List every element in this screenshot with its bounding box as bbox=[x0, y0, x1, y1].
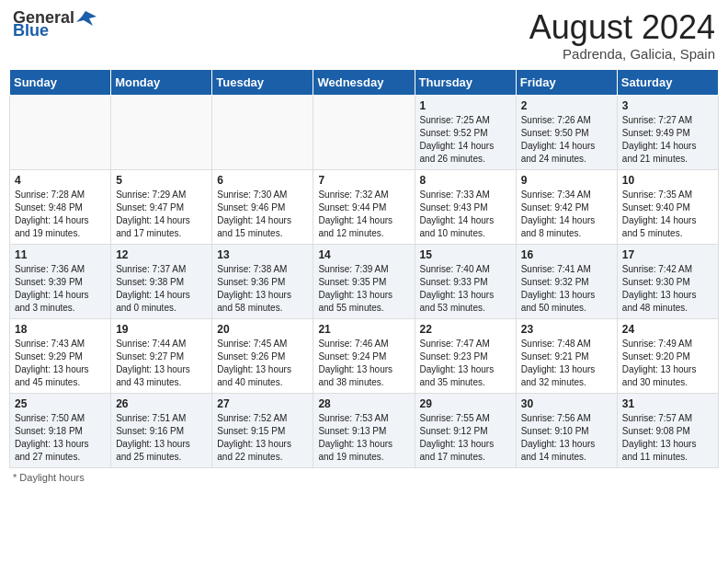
day-info: Sunrise: 7:41 AMSunset: 9:32 PMDaylight:… bbox=[521, 263, 612, 315]
weekday-header-saturday: Saturday bbox=[617, 69, 718, 95]
location-subtitle: Padrenda, Galicia, Spain bbox=[529, 46, 715, 62]
calendar-cell: 12Sunrise: 7:37 AMSunset: 9:38 PMDayligh… bbox=[111, 244, 212, 318]
day-info: Sunrise: 7:28 AMSunset: 9:48 PMDaylight:… bbox=[15, 189, 106, 240]
weekday-header-sunday: Sunday bbox=[10, 69, 111, 95]
day-info: Sunrise: 7:29 AMSunset: 9:47 PMDaylight:… bbox=[116, 189, 207, 240]
calendar-week-row: 11Sunrise: 7:36 AMSunset: 9:39 PMDayligh… bbox=[10, 244, 719, 318]
day-number: 24 bbox=[622, 323, 713, 336]
calendar-cell: 13Sunrise: 7:38 AMSunset: 9:36 PMDayligh… bbox=[212, 244, 313, 318]
day-number: 17 bbox=[622, 248, 713, 261]
day-number: 12 bbox=[116, 248, 207, 261]
calendar-table: SundayMondayTuesdayWednesdayThursdayFrid… bbox=[9, 69, 719, 468]
day-number: 31 bbox=[622, 397, 713, 410]
calendar-cell: 16Sunrise: 7:41 AMSunset: 9:32 PMDayligh… bbox=[516, 244, 617, 318]
calendar-cell: 4Sunrise: 7:28 AMSunset: 9:48 PMDaylight… bbox=[10, 169, 111, 244]
calendar-cell bbox=[313, 95, 415, 169]
calendar-cell: 28Sunrise: 7:53 AMSunset: 9:13 PMDayligh… bbox=[313, 393, 415, 467]
day-info: Sunrise: 7:51 AMSunset: 9:16 PMDaylight:… bbox=[116, 412, 207, 464]
day-info: Sunrise: 7:48 AMSunset: 9:21 PMDaylight:… bbox=[521, 338, 612, 389]
day-info: Sunrise: 7:26 AMSunset: 9:50 PMDaylight:… bbox=[521, 114, 612, 166]
calendar-cell: 26Sunrise: 7:51 AMSunset: 9:16 PMDayligh… bbox=[111, 393, 212, 467]
day-number: 28 bbox=[318, 397, 409, 410]
day-info: Sunrise: 7:53 AMSunset: 9:13 PMDaylight:… bbox=[318, 412, 409, 464]
weekday-header-friday: Friday bbox=[516, 69, 617, 95]
day-number: 3 bbox=[622, 99, 713, 112]
day-number: 7 bbox=[318, 174, 409, 187]
day-number: 20 bbox=[217, 323, 308, 336]
day-number: 27 bbox=[217, 397, 308, 410]
calendar-cell: 31Sunrise: 7:57 AMSunset: 9:08 PMDayligh… bbox=[617, 393, 718, 467]
day-number: 18 bbox=[15, 323, 106, 336]
calendar-cell: 29Sunrise: 7:55 AMSunset: 9:12 PMDayligh… bbox=[415, 393, 516, 467]
day-number: 30 bbox=[521, 397, 612, 410]
weekday-header-wednesday: Wednesday bbox=[313, 69, 415, 95]
calendar-cell: 11Sunrise: 7:36 AMSunset: 9:39 PMDayligh… bbox=[10, 244, 111, 318]
day-info: Sunrise: 7:32 AMSunset: 9:44 PMDaylight:… bbox=[318, 189, 409, 240]
calendar-week-row: 4Sunrise: 7:28 AMSunset: 9:48 PMDaylight… bbox=[10, 169, 719, 244]
calendar-cell: 6Sunrise: 7:30 AMSunset: 9:46 PMDaylight… bbox=[212, 169, 313, 244]
calendar-cell: 22Sunrise: 7:47 AMSunset: 9:23 PMDayligh… bbox=[415, 318, 516, 393]
calendar-cell: 17Sunrise: 7:42 AMSunset: 9:30 PMDayligh… bbox=[617, 244, 718, 318]
calendar-week-row: 25Sunrise: 7:50 AMSunset: 9:18 PMDayligh… bbox=[10, 393, 719, 467]
calendar-header: SundayMondayTuesdayWednesdayThursdayFrid… bbox=[10, 69, 719, 95]
calendar-cell: 2Sunrise: 7:26 AMSunset: 9:50 PMDaylight… bbox=[516, 95, 617, 169]
day-info: Sunrise: 7:47 AMSunset: 9:23 PMDaylight:… bbox=[420, 338, 511, 389]
calendar-cell: 15Sunrise: 7:40 AMSunset: 9:33 PMDayligh… bbox=[415, 244, 516, 318]
day-number: 23 bbox=[521, 323, 612, 336]
day-number: 13 bbox=[217, 248, 308, 261]
day-info: Sunrise: 7:36 AMSunset: 9:39 PMDaylight:… bbox=[15, 263, 106, 315]
calendar-cell: 5Sunrise: 7:29 AMSunset: 9:47 PMDaylight… bbox=[111, 169, 212, 244]
calendar-cell: 8Sunrise: 7:33 AMSunset: 9:43 PMDaylight… bbox=[415, 169, 516, 244]
calendar-cell: 27Sunrise: 7:52 AMSunset: 9:15 PMDayligh… bbox=[212, 393, 313, 467]
calendar-cell: 18Sunrise: 7:43 AMSunset: 9:29 PMDayligh… bbox=[10, 318, 111, 393]
day-info: Sunrise: 7:56 AMSunset: 9:10 PMDaylight:… bbox=[521, 412, 612, 464]
calendar-cell: 21Sunrise: 7:46 AMSunset: 9:24 PMDayligh… bbox=[313, 318, 415, 393]
day-info: Sunrise: 7:50 AMSunset: 9:18 PMDaylight:… bbox=[15, 412, 106, 464]
calendar-body: 1Sunrise: 7:25 AMSunset: 9:52 PMDaylight… bbox=[10, 95, 719, 467]
day-number: 29 bbox=[420, 397, 511, 410]
calendar-cell bbox=[10, 95, 111, 169]
day-info: Sunrise: 7:44 AMSunset: 9:27 PMDaylight:… bbox=[116, 338, 207, 389]
day-info: Sunrise: 7:43 AMSunset: 9:29 PMDaylight:… bbox=[15, 338, 106, 389]
calendar-week-row: 18Sunrise: 7:43 AMSunset: 9:29 PMDayligh… bbox=[10, 318, 719, 393]
footer-note: * Daylight hours bbox=[9, 472, 719, 483]
weekday-header-tuesday: Tuesday bbox=[212, 69, 313, 95]
calendar-cell: 9Sunrise: 7:34 AMSunset: 9:42 PMDaylight… bbox=[516, 169, 617, 244]
day-info: Sunrise: 7:34 AMSunset: 9:42 PMDaylight:… bbox=[521, 189, 612, 240]
title-block: August 2024 Padrenda, Galicia, Spain bbox=[529, 9, 715, 62]
page-header: General Blue August 2024 Padrenda, Galic… bbox=[9, 9, 719, 62]
calendar-cell: 7Sunrise: 7:32 AMSunset: 9:44 PMDaylight… bbox=[313, 169, 415, 244]
logo: General Blue bbox=[13, 9, 97, 39]
day-number: 25 bbox=[15, 397, 106, 410]
day-info: Sunrise: 7:38 AMSunset: 9:36 PMDaylight:… bbox=[217, 263, 308, 315]
day-info: Sunrise: 7:52 AMSunset: 9:15 PMDaylight:… bbox=[217, 412, 308, 464]
day-number: 16 bbox=[521, 248, 612, 261]
calendar-cell: 30Sunrise: 7:56 AMSunset: 9:10 PMDayligh… bbox=[516, 393, 617, 467]
day-info: Sunrise: 7:42 AMSunset: 9:30 PMDaylight:… bbox=[622, 263, 713, 315]
calendar-cell: 1Sunrise: 7:25 AMSunset: 9:52 PMDaylight… bbox=[415, 95, 516, 169]
weekday-header-row: SundayMondayTuesdayWednesdayThursdayFrid… bbox=[10, 69, 719, 95]
day-info: Sunrise: 7:40 AMSunset: 9:33 PMDaylight:… bbox=[420, 263, 511, 315]
calendar-cell: 14Sunrise: 7:39 AMSunset: 9:35 PMDayligh… bbox=[313, 244, 415, 318]
day-info: Sunrise: 7:25 AMSunset: 9:52 PMDaylight:… bbox=[420, 114, 511, 166]
day-number: 10 bbox=[622, 174, 713, 187]
day-number: 5 bbox=[116, 174, 207, 187]
day-number: 15 bbox=[420, 248, 511, 261]
day-number: 2 bbox=[521, 99, 612, 112]
day-number: 4 bbox=[15, 174, 106, 187]
day-info: Sunrise: 7:57 AMSunset: 9:08 PMDaylight:… bbox=[622, 412, 713, 464]
day-number: 19 bbox=[116, 323, 207, 336]
logo-blue-text: Blue bbox=[13, 22, 97, 39]
day-info: Sunrise: 7:46 AMSunset: 9:24 PMDaylight:… bbox=[318, 338, 409, 389]
day-number: 11 bbox=[15, 248, 106, 261]
day-number: 21 bbox=[318, 323, 409, 336]
day-info: Sunrise: 7:45 AMSunset: 9:26 PMDaylight:… bbox=[217, 338, 308, 389]
calendar-cell: 19Sunrise: 7:44 AMSunset: 9:27 PMDayligh… bbox=[111, 318, 212, 393]
day-number: 26 bbox=[116, 397, 207, 410]
day-number: 22 bbox=[420, 323, 511, 336]
day-info: Sunrise: 7:49 AMSunset: 9:20 PMDaylight:… bbox=[622, 338, 713, 389]
day-info: Sunrise: 7:37 AMSunset: 9:38 PMDaylight:… bbox=[116, 263, 207, 315]
day-number: 9 bbox=[521, 174, 612, 187]
weekday-header-monday: Monday bbox=[111, 69, 212, 95]
calendar-week-row: 1Sunrise: 7:25 AMSunset: 9:52 PMDaylight… bbox=[10, 95, 719, 169]
